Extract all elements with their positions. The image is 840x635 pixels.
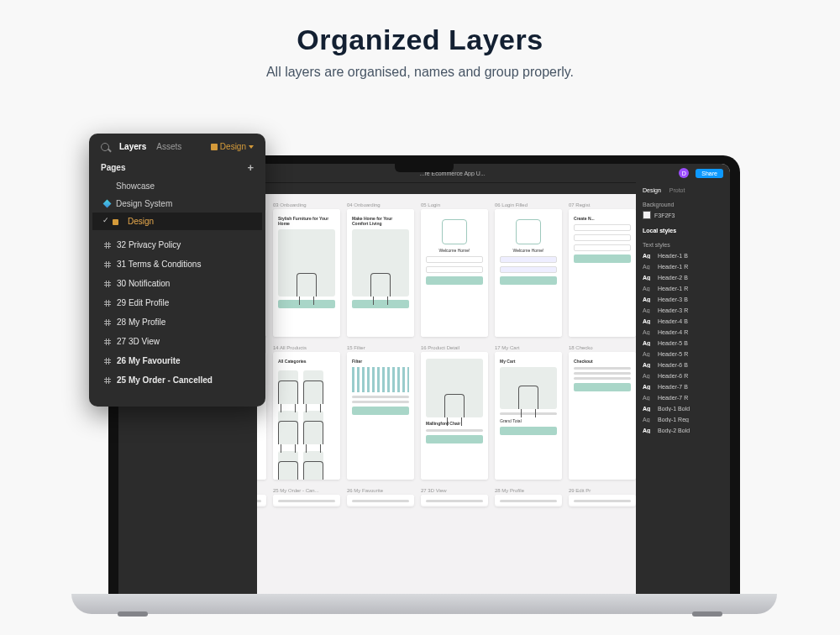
user-avatar[interactable]: D [679,168,689,178]
text-style-row[interactable]: AgHeader-1 B [643,253,723,259]
frame-label[interactable]: 28 My Profile [495,488,562,493]
layer-row[interactable]: 26 My Favourite [92,351,262,370]
text-style-row[interactable]: AgHeader-6 R [643,373,723,379]
text-style-row[interactable]: AgHeader-4 R [643,329,723,335]
inspect-panel: Design Protot Background F3F2F3 Local st… [636,182,730,594]
artboard[interactable] [273,495,340,506]
frame-label[interactable]: 26 My Favourite [347,488,414,493]
text-style-row[interactable]: AgHeader-7 R [643,395,723,401]
text-style-row[interactable]: AgHeader-4 B [643,318,723,324]
frame-icon [104,377,111,384]
laptop-base [71,594,777,614]
artboard[interactable] [495,495,562,506]
text-style-row[interactable]: AgHeader-2 B [643,275,723,281]
layer-row[interactable]: 27 3D View [92,332,262,351]
local-styles-label: Local styles [643,228,723,234]
frame-label[interactable]: 27 3D View [421,488,488,493]
text-style-row[interactable]: AgHeader-1 R [643,286,723,291]
artboard[interactable] [569,495,636,506]
frame-label[interactable]: 17 My Cart [495,345,562,350]
layer-row[interactable]: 25 My Order - Cancelled [92,370,262,390]
frame-label[interactable]: 05 Login [421,202,488,207]
page-item-design[interactable]: Design [92,213,262,230]
tab-assets[interactable]: Assets [156,142,181,151]
frame-icon [104,261,111,268]
frame-label[interactable]: 25 My Order - Can... [273,488,340,493]
bg-swatch[interactable] [643,211,651,219]
text-style-row[interactable]: AgBody-1 Reg [643,417,723,422]
artboard[interactable] [347,495,414,506]
frame-icon [104,319,111,326]
layer-row[interactable]: 31 Terms & Conditions [92,255,262,274]
text-style-row[interactable]: AgHeader-3 B [643,297,723,302]
page-dropdown[interactable]: Design [211,142,254,151]
page-item-design-system[interactable]: Design System [92,195,262,213]
page-color-icon [211,144,218,150]
text-style-row[interactable]: AgHeader-5 R [643,351,723,357]
artboard[interactable]: Checkout [569,352,636,480]
frame-label[interactable]: 18 Checko [569,345,636,350]
add-page-icon[interactable]: + [247,161,254,174]
layer-row[interactable]: 28 My Profile [92,312,262,332]
tab-layers[interactable]: Layers [119,142,146,151]
laptop-foot [692,611,722,617]
artboard[interactable] [421,495,488,506]
artboard[interactable]: My CartGrand Total [495,352,562,480]
pages-heading: Pages [101,163,125,172]
frame-icon [104,281,111,287]
notch [395,164,454,172]
artboard[interactable]: Welcome Home! [495,209,562,337]
text-style-row[interactable]: AgHeader-6 B [643,362,723,368]
frame-label[interactable]: 07 Regist [569,202,636,207]
bg-hex[interactable]: F3F2F3 [654,213,675,218]
artboard[interactable]: Create N... [569,209,636,337]
artboard[interactable]: Filter [347,352,414,480]
frame-label[interactable]: 04 Onboarding [347,202,414,207]
text-style-row[interactable]: AgHeader-1 R [643,264,723,270]
search-icon[interactable] [101,143,109,151]
layer-row[interactable]: 30 Notification [92,274,262,293]
text-style-row[interactable]: AgBody-2 Bold [643,428,723,433]
share-button[interactable]: Share [696,169,723,178]
tab-design[interactable]: Design [643,187,661,193]
frame-label[interactable]: 14 All Products [273,345,340,350]
layer-row[interactable]: 32 Privacy Policy [92,235,262,255]
chevron-down-icon [249,145,254,149]
background-label: Background [643,202,723,207]
artboard[interactable]: Welcome Home! [421,209,488,337]
page-item-showcase[interactable]: Showcase [92,177,262,195]
artboard[interactable]: All Categories [273,352,340,480]
page-title: Organized Layers [0,24,840,56]
artboard[interactable]: Make Home for Your Comfort Living [347,209,414,337]
tab-prototype[interactable]: Protot [669,187,685,193]
layer-row[interactable]: 29 Edit Profile [92,293,262,312]
text-style-row[interactable]: AgHeader-7 B [643,384,723,390]
artboard[interactable]: Stylish Furniture for Your Home [273,209,340,337]
frame-icon [104,338,111,345]
frame-icon [104,300,111,307]
frame-label[interactable]: 03 Onboarding [273,202,340,207]
text-style-row[interactable]: AgHeader-5 B [643,340,723,346]
frame-label[interactable]: 06 Login Filled [495,202,562,207]
file-name[interactable]: ...re Ecommerce App U... [233,171,672,176]
artboard[interactable]: Mallingford Chair [421,352,488,480]
frame-label[interactable]: 15 Filter [347,345,414,350]
frame-icon [104,242,111,249]
frame-label[interactable]: 29 Edit Pr [569,488,636,493]
layers-panel: Layers Assets Design Pages + Showcase De… [89,134,265,407]
text-style-row[interactable]: AgBody-1 Bold [643,406,723,412]
laptop-foot [118,611,148,617]
text-styles-label: Text styles [643,242,723,248]
frame-label[interactable]: 16 Product Detail [421,345,488,350]
text-style-row[interactable]: AgHeader-3 R [643,307,723,313]
page-subtitle: All layers are organised, names and grou… [0,65,840,80]
frame-icon [104,358,111,365]
